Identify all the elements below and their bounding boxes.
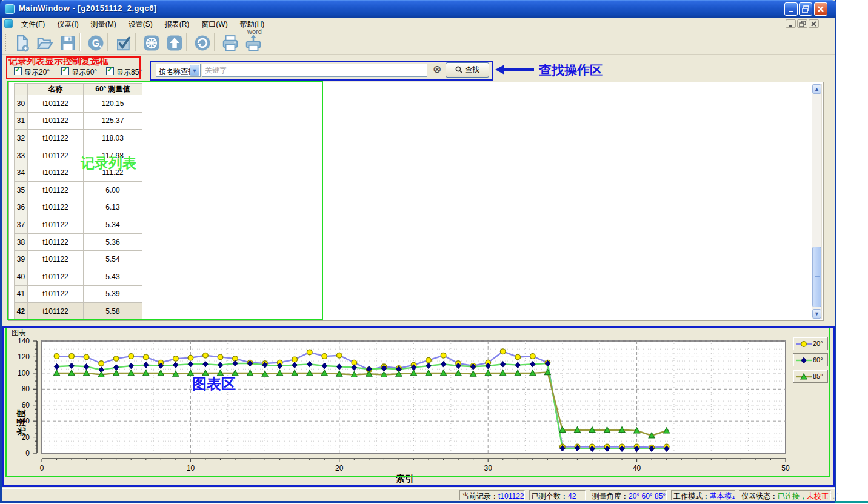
cell-index: 34 <box>14 164 28 182</box>
legend-item-60[interactable]: 60° <box>793 353 828 366</box>
cell-name: t101122 <box>28 199 84 217</box>
x-axis-label: 索引 <box>396 473 414 485</box>
status-label: 测量角度： <box>592 492 629 500</box>
column-header[interactable]: 名称 <box>28 83 84 95</box>
print-button[interactable] <box>219 31 241 53</box>
table-row[interactable]: 42t1011225.58 <box>14 303 142 320</box>
table-row[interactable]: 32t101122118.03 <box>14 130 142 147</box>
cell-index: 31 <box>14 113 28 130</box>
mdi-close-button[interactable] <box>809 19 819 28</box>
cell-name: t101122 <box>28 164 84 182</box>
status-value: 已连接， <box>778 492 807 500</box>
check-icon: ✓ <box>62 65 68 74</box>
status-label: 工作模式： <box>673 492 710 500</box>
restore-button[interactable] <box>799 2 812 16</box>
svg-text:80: 80 <box>22 385 30 393</box>
toolbar-separator <box>79 33 81 51</box>
search-icon <box>455 66 462 73</box>
svg-text:0: 0 <box>40 464 44 472</box>
svg-text:10: 10 <box>187 464 195 472</box>
mdi-restore-button[interactable] <box>797 19 807 28</box>
column-header[interactable]: 60° 测量值 <box>84 83 142 95</box>
check-icon: ✓ <box>15 65 21 74</box>
refresh-rotate-button[interactable] <box>191 31 213 53</box>
cell-index: 38 <box>14 234 28 251</box>
upload-button[interactable] <box>163 31 185 53</box>
cell-value: 5.34 <box>84 216 142 234</box>
table-row[interactable]: 33t101122117.98 <box>14 147 142 165</box>
cell-value: 5.43 <box>84 268 142 286</box>
keyword-input[interactable] <box>202 64 427 77</box>
svg-text:120: 120 <box>18 353 30 361</box>
table-row[interactable]: 39t1011225.54 <box>14 251 142 268</box>
svg-text:G: G <box>92 38 100 48</box>
scroll-thumb[interactable] <box>812 247 821 307</box>
search-mode-combobox[interactable]: 按名称查找 ▼ <box>156 64 201 77</box>
status-value: 20° 60° 85° <box>629 492 666 500</box>
new-file-button[interactable] <box>10 31 32 53</box>
clear-search-icon[interactable]: ⊗ <box>430 63 444 76</box>
close-button[interactable] <box>814 2 827 16</box>
svg-text:40: 40 <box>633 464 641 472</box>
table-row[interactable]: 30t101122120.15 <box>14 95 142 113</box>
legend-item-20[interactable]: 20° <box>793 337 828 350</box>
vertical-scrollbar[interactable]: ▲ ▼ <box>812 84 822 319</box>
status-value-secondary: 未校正 <box>807 492 829 500</box>
status-panel: 当前记录：t101122 <box>459 490 525 500</box>
legend-label: 60° <box>813 356 823 363</box>
cell-name: t101122 <box>28 147 84 165</box>
table-row[interactable]: 36t1011226.13 <box>14 199 142 217</box>
status-value: 42 <box>568 492 576 500</box>
table-row[interactable]: 35t1011226.00 <box>14 182 142 199</box>
resize-grip[interactable]: ⋰⋰ <box>826 492 833 500</box>
cell-value: 118.03 <box>84 130 142 147</box>
mdi-minimize-button[interactable] <box>786 19 796 28</box>
cell-name: t101122 <box>28 286 84 303</box>
title-bar[interactable]: MainWindow - [g20151112_2.gqc6] <box>0 0 836 18</box>
status-panel: 测量角度：20° 60° 85° <box>590 490 667 500</box>
cell-value: 5.58 <box>84 303 142 320</box>
cell-name: t101122 <box>28 303 84 320</box>
table-row[interactable]: 40t1011225.43 <box>14 268 142 286</box>
cell-name: t101122 <box>28 234 84 251</box>
legend-item-85[interactable]: 85° <box>793 370 828 383</box>
chart-panel: 图表 02040608010012014001020304050 光泽度 索引 … <box>2 326 835 487</box>
checkbox-label: 显示85° <box>116 67 142 78</box>
svg-text:140: 140 <box>18 337 30 345</box>
measure-check-button[interactable] <box>112 31 134 53</box>
minimize-button[interactable] <box>784 2 798 16</box>
chevron-down-icon[interactable]: ▼ <box>190 65 199 76</box>
scroll-down-button[interactable]: ▼ <box>812 309 821 319</box>
document-icon[interactable] <box>4 19 13 28</box>
export-word-button[interactable]: word <box>242 31 264 53</box>
checkbox-label: 显示60° <box>72 67 97 78</box>
status-panel: 工作模式：基本模式 <box>671 490 735 500</box>
toolbar-grip[interactable] <box>5 34 7 51</box>
cell-index: 41 <box>14 286 28 303</box>
scroll-up-button[interactable]: ▲ <box>812 84 821 94</box>
svg-text:100: 100 <box>18 369 30 377</box>
table-row[interactable]: 34t101122111.22 <box>14 164 142 182</box>
calibration-wheel-button[interactable] <box>140 31 162 53</box>
cell-value: 120.15 <box>84 95 142 113</box>
open-file-button[interactable] <box>33 31 55 53</box>
table-row[interactable]: 31t101122125.37 <box>14 113 142 130</box>
find-button[interactable]: 查找 <box>446 62 489 78</box>
cell-index: 39 <box>14 251 28 268</box>
window-title: MainWindow - [g20151112_2.gqc6] <box>19 4 157 13</box>
search-area-annotation: 查找操作区 <box>539 62 603 79</box>
gloss-chart: 02040608010012014001020304050 <box>2 326 835 487</box>
column-header[interactable] <box>14 83 28 95</box>
control-row: 记录列表显示控制复选框 ✓显示20°✓显示60°✓显示85° 按名称查找 ▼ ⊗… <box>2 55 835 82</box>
table-row[interactable]: 37t1011225.34 <box>14 216 142 234</box>
main-window: MainWindow - [g20151112_2.gqc6] 文件(F)仪器(… <box>0 0 836 503</box>
y-axis-label: 光泽度 <box>16 405 27 441</box>
cell-value: 6.00 <box>84 182 142 199</box>
cell-value: 5.36 <box>84 234 142 251</box>
sync-instrument-button[interactable]: G <box>84 31 106 53</box>
legend-label: 20° <box>813 340 823 347</box>
save-file-button[interactable] <box>56 31 78 53</box>
table-row[interactable]: 38t1011225.36 <box>14 234 142 251</box>
table-header-row: 名称60° 测量值 <box>14 83 142 95</box>
table-row[interactable]: 41t1011225.39 <box>14 286 142 303</box>
